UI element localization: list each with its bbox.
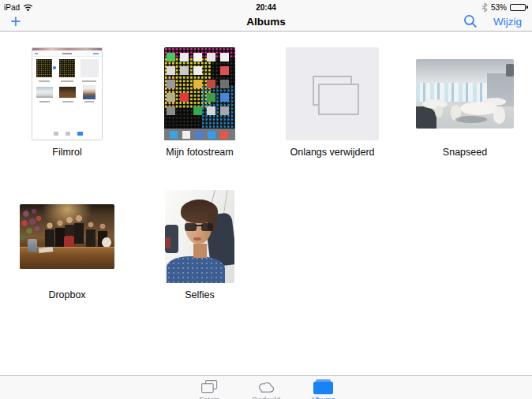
tab-albums[interactable]: Albums bbox=[300, 378, 346, 399]
albums-icon bbox=[313, 379, 333, 394]
album-label: Filmrol bbox=[52, 147, 82, 158]
album-thumbnail-filmrol bbox=[32, 47, 103, 140]
album-thumbnail-onlangs bbox=[286, 47, 379, 140]
photos-app-screen: iPad 20:44 53% + Albums bbox=[0, 0, 532, 399]
album-label: Snapseed bbox=[443, 147, 487, 158]
battery-icon bbox=[510, 4, 528, 11]
album-grid: Filmrol Mijn fotostream bbox=[0, 32, 532, 375]
album-thumbnail-selfies bbox=[165, 190, 234, 283]
nav-bar: + Albums Wijzig bbox=[0, 11, 532, 32]
album-row-1: Filmrol Mijn fotostream bbox=[0, 47, 532, 158]
edit-button[interactable]: Wijzig bbox=[493, 16, 522, 28]
bluetooth-icon bbox=[481, 2, 488, 13]
page-title: Albums bbox=[0, 16, 532, 28]
album-label: Onlangs verwijderd bbox=[290, 147, 375, 158]
album-label: Dropbox bbox=[48, 289, 85, 301]
nav-right: Wijzig bbox=[463, 14, 522, 28]
cloud-icon bbox=[256, 379, 277, 393]
top-bar: iPad 20:44 53% + Albums bbox=[0, 0, 532, 32]
album-snapseed[interactable]: Snapseed bbox=[399, 47, 531, 158]
album-label: Selfies bbox=[185, 289, 215, 301]
album-selfies[interactable]: Selfies bbox=[133, 190, 266, 301]
tab-bar: Foto's Gedeeld Albums bbox=[0, 375, 532, 399]
album-label: Mijn fotostream bbox=[166, 147, 233, 158]
album-row-2: Dropbox bbox=[0, 190, 532, 301]
tab-gedeeld[interactable]: Gedeeld bbox=[243, 378, 289, 399]
battery-percent: 53% bbox=[491, 3, 507, 12]
clock: 20:44 bbox=[0, 3, 532, 12]
album-thumbnail-fotostream bbox=[164, 47, 235, 140]
album-filmrol[interactable]: Filmrol bbox=[1, 47, 133, 158]
album-thumbnail-dropbox bbox=[20, 204, 114, 269]
album-thumbnail-snapseed bbox=[416, 59, 514, 129]
tab-fotos[interactable]: Foto's bbox=[186, 378, 232, 399]
album-mijn-fotostream[interactable]: Mijn fotostream bbox=[133, 47, 266, 158]
search-icon[interactable] bbox=[463, 14, 478, 28]
album-onlangs-verwijderd[interactable]: Onlangs verwijderd bbox=[266, 47, 399, 158]
photos-stack-icon bbox=[201, 380, 218, 393]
album-dropbox[interactable]: Dropbox bbox=[1, 190, 133, 301]
status-right: 53% bbox=[481, 2, 528, 13]
